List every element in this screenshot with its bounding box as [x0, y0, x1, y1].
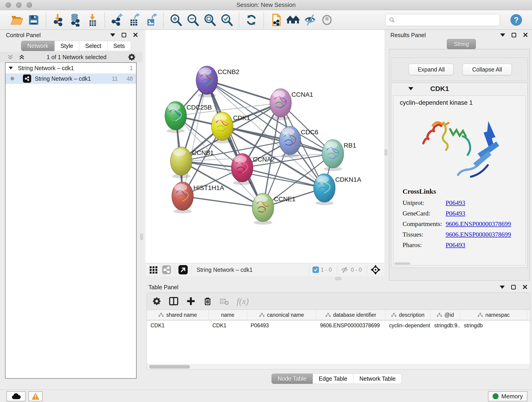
birds-eye-view-icon[interactable]	[178, 265, 188, 275]
show-all-eye-icon[interactable]	[320, 13, 334, 27]
table-cell: 9606.ENSP00000378699	[317, 320, 385, 331]
control-panel-float-icon[interactable]	[122, 33, 126, 37]
table-panel-close-icon[interactable]: ✕	[522, 284, 528, 291]
cloud-status-button[interactable]	[6, 391, 26, 401]
export-table-icon[interactable]	[127, 13, 141, 27]
zoom-selected-icon[interactable]	[220, 13, 233, 27]
grid-view-icon[interactable]	[149, 265, 158, 274]
tab-style[interactable]: Style	[55, 41, 80, 51]
tab-select[interactable]: Select	[79, 41, 107, 51]
current-network-dot	[11, 77, 14, 80]
node-CDKN1A[interactable]	[314, 174, 335, 205]
export-network-icon[interactable]	[110, 13, 124, 27]
column-header-namespac[interactable]: namespac	[460, 310, 527, 320]
vertical-splitter-handle[interactable]	[385, 149, 387, 156]
fit-content-crosshair-icon[interactable]	[370, 264, 381, 275]
zoom-in-icon[interactable]	[169, 13, 182, 27]
node-CCNB1[interactable]	[171, 147, 192, 178]
results-panel-float-icon[interactable]	[512, 33, 516, 37]
collection-expand-icon[interactable]	[9, 67, 13, 70]
column-label: namespac	[485, 312, 510, 318]
zoom-out-icon[interactable]	[186, 13, 199, 27]
crosslink-link[interactable]: P06493	[446, 199, 465, 206]
column-header-database-identifier[interactable]: database identifier	[317, 310, 385, 320]
results-panel-menu-icon[interactable]	[500, 33, 505, 37]
table-hscrollbar[interactable]	[147, 364, 530, 369]
collapse-all-button[interactable]: Collapse All	[462, 64, 512, 75]
import-network-file-icon[interactable]	[52, 13, 65, 27]
control-panel-close-icon[interactable]: ✕	[133, 32, 138, 38]
column-label: @id	[444, 312, 454, 318]
cdk1-collapse-icon[interactable]	[408, 87, 413, 90]
node-CCNB2[interactable]	[196, 66, 218, 97]
zoom-window-button[interactable]	[27, 2, 32, 8]
tab-node-table[interactable]: Node Table	[272, 374, 313, 384]
minimize-window-button[interactable]	[16, 2, 22, 8]
expand-all-button[interactable]: Expand All	[409, 64, 454, 75]
memory-button[interactable]: Memory	[488, 391, 527, 401]
import-table-file-icon[interactable]	[86, 13, 99, 27]
help-icon[interactable]: ?	[510, 14, 522, 26]
collapse-all-icon[interactable]	[7, 54, 14, 61]
home-layout-icon[interactable]	[286, 13, 300, 27]
show-columns-icon[interactable]	[169, 296, 178, 306]
export-image-icon[interactable]	[144, 13, 158, 27]
close-window-button[interactable]	[6, 2, 11, 8]
title-bar: Session: New Session	[0, 0, 532, 10]
hide-selected-eye-icon[interactable]	[303, 13, 317, 27]
node-CCNE1[interactable]	[252, 193, 274, 225]
column-header-canonical-name[interactable]: canonical name	[247, 310, 317, 320]
network-from-document-icon[interactable]	[269, 13, 283, 27]
import-network-database-icon[interactable]	[69, 13, 82, 27]
network-collection-row[interactable]: String Network – cdk1 1	[6, 63, 136, 73]
crosslink-link[interactable]: P06493	[446, 241, 465, 249]
expand-all-icon[interactable]	[18, 54, 25, 61]
table-panel-float-icon[interactable]	[511, 285, 516, 289]
results-panel-close-icon[interactable]: ✕	[523, 32, 528, 38]
save-session-icon[interactable]	[27, 13, 40, 27]
selected-indicator-checkbox[interactable]	[312, 267, 319, 273]
table-row[interactable]: CDK1CDK1P064939606.ENSP00000378699cyclin…	[147, 320, 530, 331]
open-session-icon[interactable]	[10, 13, 23, 27]
network-view-icon[interactable]	[162, 265, 171, 274]
network-selection-status: 1 of 1 Network selected	[25, 54, 128, 61]
warning-status-button[interactable]	[28, 391, 43, 401]
table-hscrollbar-thumb[interactable]	[149, 365, 190, 369]
zoom-fit-icon[interactable]	[203, 13, 216, 27]
network-canvas[interactable]: CCNB2CCNA1CDC25BCDK1CDC6RB1CCNB1CCNA2CDK…	[145, 30, 385, 263]
crosslink-link[interactable]: 9606.ENSP00000378699	[446, 220, 511, 228]
crosslink-link[interactable]: P06493	[446, 210, 465, 217]
horizontal-splitter-handle[interactable]	[335, 277, 341, 280]
table-panel-menu-icon[interactable]	[500, 286, 505, 289]
node-CDC25B[interactable]	[165, 102, 186, 133]
node-CDC6[interactable]	[279, 126, 301, 158]
control-panel-splitter-handle[interactable]	[140, 234, 143, 240]
column-header-description[interactable]: description	[385, 310, 431, 320]
column-header-shared-name[interactable]: shared name	[147, 310, 209, 320]
tab-network-table[interactable]: Network Table	[354, 374, 402, 384]
tab-edge-table[interactable]: Edge Table	[313, 374, 354, 384]
column-label: shared name	[166, 312, 197, 318]
toolbar-search	[385, 14, 500, 26]
column-header-name[interactable]: name	[209, 310, 247, 320]
control-panel-menu-icon[interactable]	[110, 33, 115, 37]
column-header--id[interactable]: @id	[431, 310, 460, 320]
tab-string[interactable]: String	[447, 39, 476, 49]
search-input[interactable]	[395, 17, 496, 23]
delete-column-icon[interactable]	[203, 297, 212, 306]
network-row[interactable]: String Network – cdk1 11 48	[6, 73, 136, 84]
gene-name: CDK1	[430, 85, 449, 93]
entry-scrollbar-thumb[interactable]	[394, 262, 410, 265]
tab-network[interactable]: Network	[21, 41, 55, 51]
node-HIST1H1A[interactable]	[172, 182, 193, 213]
add-column-icon[interactable]	[186, 297, 196, 306]
table-cell: stringdb	[460, 320, 527, 331]
table-options-gear-icon[interactable]	[152, 297, 161, 306]
refresh-icon[interactable]	[245, 13, 258, 27]
network-options-gear-icon[interactable]	[128, 53, 136, 61]
node-RB1[interactable]	[322, 140, 344, 171]
column-network-icon	[158, 313, 164, 317]
tab-sets[interactable]: Sets	[108, 41, 131, 51]
crosslink-link[interactable]: 9606.ENSP00000378699	[446, 231, 511, 238]
memory-status-dot	[493, 393, 499, 399]
